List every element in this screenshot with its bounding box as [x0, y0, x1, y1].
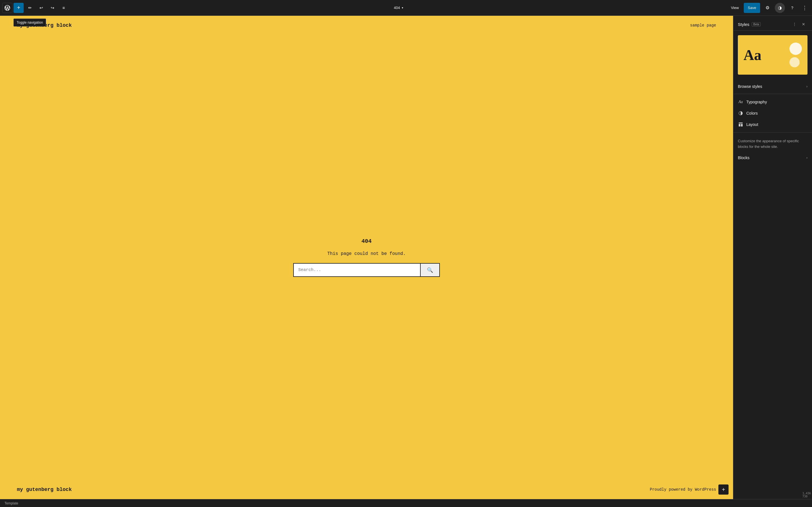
styles-sidebar: Styles Beta ⋮ ✕ Aa	[733, 16, 812, 499]
blocks-item[interactable]: Blocks ›	[733, 153, 812, 163]
chevron-down-icon: ▾	[402, 6, 403, 9]
view-button[interactable]: View	[728, 3, 742, 13]
settings-icon: ⚙	[765, 5, 769, 10]
preview-typography-sample: Aa	[744, 47, 762, 63]
redo-icon: ↪	[51, 5, 54, 10]
sidebar-divider-2	[733, 132, 812, 133]
list-view-button[interactable]: ≡	[59, 3, 69, 13]
search-submit-button[interactable]: 🔍	[421, 263, 440, 277]
svg-rect-1	[739, 124, 741, 126]
sidebar-divider-1	[733, 94, 812, 94]
help-icon: ?	[791, 6, 794, 10]
sidebar-title: Styles	[738, 22, 749, 27]
redo-button[interactable]: ↪	[47, 3, 57, 13]
typography-label: Typography	[746, 100, 767, 104]
site-footer: my gutenberg block Proudly powered by Wo…	[0, 480, 733, 499]
sidebar-menu: Browse styles › Aa Typography	[733, 79, 812, 165]
preview-circle-small	[790, 57, 800, 67]
blocks-chevron-icon: ›	[806, 156, 808, 160]
style-preview-content: Aa	[738, 35, 808, 75]
add-block-canvas-button[interactable]: +	[718, 485, 728, 495]
search-icon: 🔍	[427, 267, 433, 273]
wp-logo-icon	[4, 5, 10, 11]
search-form: 🔍	[293, 263, 440, 277]
list-view-icon: ≡	[63, 5, 65, 10]
layout-icon	[738, 122, 744, 127]
footer-credit: Proudly powered by WordPress	[650, 487, 716, 492]
page-title-label: 404	[394, 6, 400, 10]
tools-button[interactable]: ✏	[25, 3, 35, 13]
preview-color-circles	[790, 43, 802, 67]
chevron-right-icon: ›	[806, 84, 808, 89]
save-button[interactable]: Save	[744, 3, 760, 13]
blocks-label: Blocks	[738, 156, 749, 160]
search-input[interactable]	[293, 263, 421, 277]
footer-site-title: my gutenberg block	[17, 487, 71, 492]
status-label: Template	[4, 501, 18, 505]
status-bar: Template	[0, 499, 812, 507]
page-title-button[interactable]: 404 ▾	[391, 4, 406, 11]
styles-icon: ◑	[778, 5, 782, 10]
sidebar-title-row: Styles Beta	[738, 22, 761, 27]
nav-link-sample-page[interactable]: sample page	[690, 23, 716, 27]
settings-button[interactable]: ⚙	[762, 3, 772, 13]
layout-label: Layout	[746, 122, 758, 127]
preview-circle-large	[790, 43, 802, 55]
sidebar-more-button[interactable]: ⋮	[791, 20, 799, 28]
site-header: my gutenberg block sample page	[0, 16, 733, 35]
x-coord: 1,436	[802, 492, 811, 495]
toolbar-right: View Save ⚙ ◑ ? ⋮	[728, 3, 810, 13]
error-code: 404	[361, 238, 371, 244]
more-options-icon: ⋮	[793, 22, 797, 26]
toolbar-center: 404 ▾	[70, 4, 727, 11]
svg-rect-2	[741, 124, 743, 126]
sidebar-header: Styles Beta ⋮ ✕	[733, 16, 812, 31]
more-options-button[interactable]: ⋮	[800, 3, 810, 13]
more-icon: ⋮	[802, 5, 807, 11]
toolbar-left: + Toggle navigation ✏ ↩ ↪ ≡	[2, 3, 69, 13]
pencil-icon: ✏	[28, 5, 32, 10]
svg-rect-0	[739, 122, 743, 123]
page-content: 404 This page could not be found. 🔍	[0, 35, 733, 480]
coordinates-display: 1,436 730	[802, 492, 811, 498]
sidebar-description: Customize the appearance of specific blo…	[733, 135, 812, 153]
typography-icon: Aa	[738, 99, 744, 105]
beta-badge: Beta	[752, 22, 761, 26]
browse-styles-label: Browse styles	[738, 84, 762, 89]
colors-icon	[738, 110, 744, 116]
sidebar-close-button[interactable]: ✕	[800, 20, 808, 28]
style-preview-card[interactable]: Aa	[738, 35, 808, 75]
y-coord: 730	[802, 495, 808, 498]
undo-icon: ↩	[40, 5, 43, 10]
add-block-toolbar-button[interactable]: +	[13, 3, 24, 13]
toolbar: + Toggle navigation ✏ ↩ ↪ ≡ 404 ▾ View S…	[0, 0, 812, 16]
styles-button[interactable]: ◑	[775, 3, 785, 13]
wp-logo-button[interactable]	[2, 3, 12, 13]
typography-item[interactable]: Aa Typography	[733, 96, 812, 108]
toggle-navigation-tooltip: Toggle navigation	[13, 18, 46, 26]
add-icon: +	[17, 4, 20, 11]
colors-label: Colors	[746, 111, 758, 115]
undo-button[interactable]: ↩	[36, 3, 46, 13]
canvas: my gutenberg block sample page 404 This …	[0, 16, 733, 499]
close-icon: ✕	[802, 22, 805, 26]
error-message: This page could not be found.	[327, 251, 406, 256]
layout-item[interactable]: Layout	[733, 119, 812, 130]
help-button[interactable]: ?	[787, 3, 797, 13]
colors-item[interactable]: Colors	[733, 108, 812, 119]
main-area: my gutenberg block sample page 404 This …	[0, 16, 812, 499]
browse-styles-item[interactable]: Browse styles ›	[733, 81, 812, 92]
